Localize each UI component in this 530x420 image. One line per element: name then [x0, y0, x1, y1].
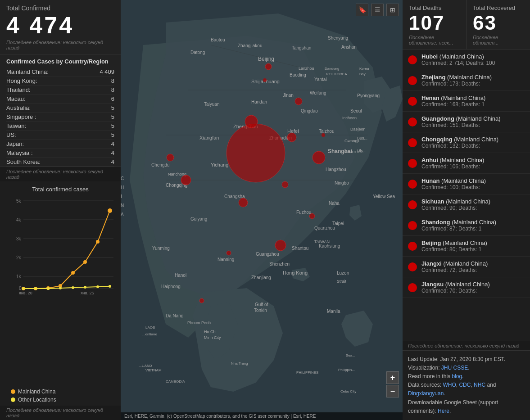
- country-row: Japan:4: [6, 140, 114, 149]
- svg-text:Beijing: Beijing: [258, 56, 274, 62]
- region-stats: Confirmed: 132; Deaths:: [421, 143, 498, 149]
- legend-other-label: Other Locations: [18, 397, 56, 403]
- svg-point-130: [199, 298, 204, 303]
- chart-update-bar: Последнее обновление: несколько секунд н…: [0, 406, 121, 420]
- viz-link[interactable]: JHU CSSE: [441, 365, 468, 371]
- svg-point-126: [265, 63, 272, 70]
- country-row: Thailand:8: [6, 86, 114, 95]
- svg-text:Yantai: Yantai: [314, 77, 327, 82]
- cbc-title: Confirmed Cases by Country/Region: [6, 58, 114, 65]
- top-stats: Total Deaths 107 Последнее обновление: н…: [403, 0, 530, 50]
- region-dot: [408, 262, 417, 271]
- svg-text:LAOS: LAOS: [145, 325, 155, 330]
- country-row: South Korea:4: [6, 158, 114, 167]
- confirmed-by-country: Confirmed Cases by Country/Region Mainla…: [0, 54, 121, 167]
- region-item: Shandong (Mainland China) Confirmed: 87;…: [403, 215, 530, 236]
- region-item: Hubei (Mainland China) Confirmed: 2 714;…: [403, 50, 530, 70]
- grid-btn[interactable]: ⊞: [386, 4, 399, 16]
- who-link[interactable]: WHO: [443, 382, 456, 388]
- sheet-label: Downloadable Google Sheet (support comme…: [408, 399, 498, 414]
- region-item: Sichuan (Mainland China) Confirmed: 90; …: [403, 194, 530, 215]
- svg-text:Zhanjiang: Zhanjiang: [251, 275, 271, 280]
- svg-point-119: [245, 115, 258, 128]
- list-btn[interactable]: ☰: [371, 4, 384, 16]
- ding-link[interactable]: Dingxiangyuan: [408, 390, 444, 397]
- region-info: Chongqing (Mainland China) Confirmed: 13…: [421, 136, 498, 149]
- svg-text:Hangzhou: Hangzhou: [326, 167, 346, 172]
- svg-text:Taiyuan: Taiyuan: [204, 102, 219, 107]
- blog-link[interactable]: blog: [452, 373, 462, 379]
- country-row: Malaysia :4: [6, 149, 114, 158]
- deaths-update: Последнее обновление: неск...: [409, 35, 460, 45]
- country-row: Hong Kong:8: [6, 77, 114, 86]
- total-confirmed-title: Total Confirmed: [6, 5, 114, 12]
- bookmark-btn[interactable]: 🔖: [356, 4, 368, 16]
- svg-text:...L AND: ...L AND: [139, 364, 152, 368]
- svg-text:Hong Kong: Hong Kong: [283, 270, 308, 275]
- region-dot: [408, 180, 417, 189]
- region-dot: [408, 117, 417, 126]
- svg-text:RTH KOREA: RTH KOREA: [326, 72, 347, 76]
- country-row: Singapore :5: [6, 113, 114, 122]
- deaths-box: Total Deaths 107 Последнее обновление: н…: [403, 0, 467, 49]
- svg-text:Ningbo: Ningbo: [335, 181, 349, 185]
- region-name: Henan (Mainland China): [421, 95, 485, 101]
- svg-text:Minh City: Minh City: [204, 335, 221, 340]
- region-name: Guangdong (Mainland China): [421, 115, 501, 122]
- region-info: Henan (Mainland China) Confirmed: 168; D…: [421, 95, 485, 108]
- map-area[interactable]: Beijing Tangshan Zhangjiakou Baotou Dato…: [121, 0, 403, 420]
- region-stats: Confirmed: 90; Deaths:: [421, 205, 490, 211]
- region-info: Hubei (Mainland China) Confirmed: 2 714;…: [421, 53, 495, 66]
- svg-text:Ho Chi: Ho Chi: [204, 330, 217, 334]
- here-link[interactable]: Here: [438, 408, 449, 414]
- svg-text:2k: 2k: [16, 255, 22, 260]
- recovered-update: Последнее обновлен...: [473, 35, 524, 45]
- zoom-out-btn[interactable]: −: [386, 385, 399, 397]
- info-box: Last Update: Jan 27, 2020 8:30 pm EST. V…: [403, 350, 530, 420]
- region-name: Anhui (Mainland China): [421, 157, 484, 163]
- region-name: Hunan (Mainland China): [421, 177, 486, 184]
- svg-point-22: [47, 287, 50, 290]
- region-info: Guangdong (Mainland China) Confirmed: 15…: [421, 115, 501, 128]
- svg-text:Tangshan: Tangshan: [292, 45, 311, 50]
- region-stats: Confirmed: 87; Deaths: 1: [421, 226, 496, 232]
- region-name: Hubei (Mainland China): [421, 53, 495, 60]
- legend-mainland-label: Mainland China: [18, 388, 55, 395]
- svg-text:Pyongyang: Pyongyang: [357, 93, 380, 98]
- svg-point-23: [59, 287, 62, 289]
- country-row: US:5: [6, 131, 114, 140]
- svg-text:I: I: [121, 194, 122, 199]
- svg-text:Handan: Handan: [251, 99, 267, 104]
- recovered-number: 63: [473, 13, 524, 33]
- svg-text:Lanzhou: Lanzhou: [299, 66, 314, 71]
- svg-text:Manila: Manila: [327, 309, 340, 314]
- svg-text:Chengdu: Chengdu: [151, 163, 170, 167]
- legend-mainland-dot: [11, 389, 15, 394]
- chart-section: Total confirmed cases 5k 4k 3k 2k 1k 0: [0, 181, 121, 406]
- zoom-in-btn[interactable]: +: [386, 371, 399, 384]
- svg-point-128: [309, 213, 315, 219]
- svg-text:Qingdao: Qingdao: [301, 108, 318, 113]
- map-svg: Beijing Tangshan Zhangjiakou Baotou Dato…: [121, 0, 403, 420]
- region-item: Chongqing (Mainland China) Confirmed: 13…: [403, 132, 530, 153]
- region-name: Jiangxi (Mainland China): [421, 260, 488, 267]
- svg-text:янв. 25: янв. 25: [81, 291, 94, 295]
- nhc-link[interactable]: NHC: [474, 382, 485, 388]
- svg-text:H: H: [121, 185, 124, 190]
- svg-text:Hanoi: Hanoi: [175, 273, 186, 278]
- right-update-bar: Последнее обновление: несколько секунд н…: [403, 341, 530, 350]
- region-info: Shandong (Mainland China) Confirmed: 87;…: [421, 219, 496, 232]
- total-confirmed-update: Последнее обновление: несколько секунд н…: [6, 40, 114, 50]
- svg-point-127: [282, 181, 288, 188]
- svg-point-19: [108, 208, 112, 213]
- svg-text:Shenyang: Shenyang: [328, 36, 348, 41]
- region-name: Zhejiang (Mainland China): [421, 74, 492, 81]
- region-dot: [408, 242, 417, 251]
- country-rows: Mainland China:4 409Hong Kong:8Thailand:…: [6, 68, 114, 167]
- region-info: Zhejiang (Mainland China) Confirmed: 173…: [421, 74, 492, 87]
- deaths-number: 107: [409, 13, 460, 33]
- svg-text:Kaohsiung: Kaohsiung: [319, 244, 340, 248]
- svg-point-27: [109, 285, 111, 288]
- cdc-link[interactable]: CDC: [459, 382, 471, 388]
- svg-point-24: [72, 286, 74, 289]
